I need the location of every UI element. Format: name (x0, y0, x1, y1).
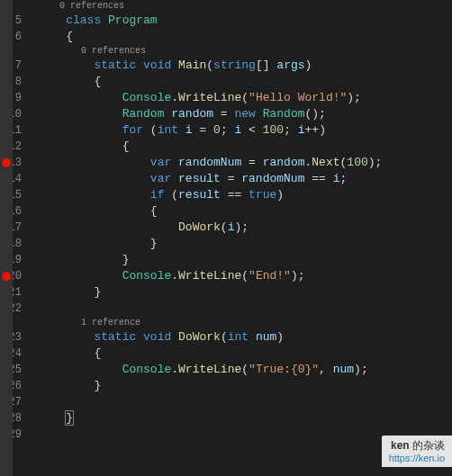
code-line[interactable]: var result = randomNum == i; (38, 171, 452, 187)
code-line[interactable]: } (38, 378, 452, 394)
watermark-url: https://ken.io (389, 453, 445, 465)
code-line[interactable]: } (38, 236, 452, 252)
code-area[interactable]: 0 references class Program { 0 reference… (34, 0, 452, 476)
code-line[interactable]: var randomNum = random.Next(100); (38, 155, 452, 171)
code-line[interactable] (38, 301, 452, 317)
watermark-rest: 的杂谈 (410, 439, 445, 452)
breakpoint-icon[interactable] (2, 272, 11, 281)
gutter: 5678910111213141516171819202122232425262… (0, 0, 34, 476)
codelens[interactable]: 0 references (38, 0, 452, 13)
watermark-bold: ken (391, 439, 410, 452)
code-line[interactable]: Random random = new Random(); (38, 106, 452, 122)
code-line[interactable]: } (38, 252, 452, 268)
code-editor[interactable]: 5678910111213141516171819202122232425262… (0, 0, 452, 476)
code-line[interactable]: Console.WriteLine("End!"); (38, 268, 452, 284)
code-line[interactable]: } (38, 410, 452, 427)
code-line[interactable]: { (38, 203, 452, 220)
code-line[interactable]: Console.WriteLine("Hello World!"); (38, 90, 452, 106)
code-line[interactable]: if (result == true) (38, 187, 452, 203)
code-line[interactable]: { (38, 346, 452, 362)
codelens[interactable]: 1 reference (38, 317, 452, 329)
code-line[interactable]: DoWork(i); (38, 220, 452, 236)
code-line[interactable]: { (38, 74, 452, 90)
code-line[interactable]: for (int i = 0; i < 100; i++) (38, 122, 452, 139)
codelens[interactable]: 0 references (38, 45, 452, 58)
code-line[interactable]: } (38, 284, 452, 301)
code-line[interactable]: { (38, 139, 452, 155)
breakpoint-icon[interactable] (2, 158, 11, 167)
code-line[interactable]: class Program (38, 13, 452, 29)
code-line[interactable]: static void Main(string[] args) (38, 58, 452, 74)
code-line[interactable]: { (38, 29, 452, 45)
breakpoint-column[interactable] (0, 0, 13, 476)
code-line[interactable]: static void DoWork(int num) (38, 329, 452, 346)
code-line[interactable]: Console.WriteLine("True:{0}", num); (38, 362, 452, 378)
code-line[interactable] (38, 394, 452, 410)
watermark: ken 的杂谈 https://ken.io (382, 436, 452, 467)
